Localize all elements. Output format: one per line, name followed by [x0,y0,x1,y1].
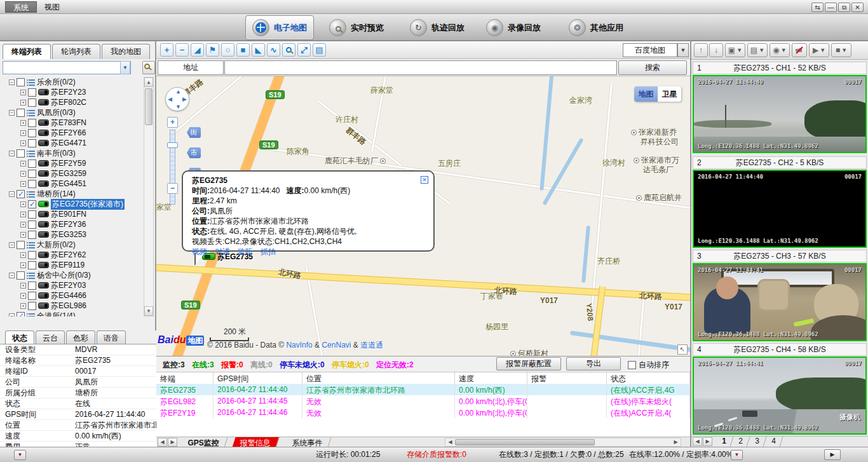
chevron-down-icon[interactable]: ▼ [120,61,130,74]
tree-group[interactable]: 南丰所(0/3) [1,148,145,158]
table-row[interactable]: 苏EG27352016-04-27 11:44:40江苏省苏州市张家港市北环路0… [156,384,690,395]
menu-view[interactable]: 视图 [37,1,67,13]
vehicle-checkbox[interactable] [28,282,36,290]
tree-group[interactable]: 全港所(1/4) [1,311,145,316]
vehicle-checkbox[interactable] [28,119,36,127]
more-status-icon[interactable]: ▼ [731,450,743,460]
chevron-down-icon[interactable]: ▼ [677,43,689,57]
tree-vehicle[interactable]: 苏EG4466 [1,290,145,301]
expand-icon[interactable] [20,100,26,105]
address-input[interactable] [224,60,617,75]
nav-live-preview[interactable]: 实时预览 [329,15,384,40]
tree-group[interactable]: 杨舍中心所(0/3) [1,270,145,280]
scroll-up-icon[interactable]: ▲ [144,78,153,87]
zoom-level-city[interactable]: 市 [187,147,201,158]
collapse-icon[interactable] [9,242,15,248]
vehicle-checkbox[interactable] [28,200,36,208]
expand-icon[interactable] [20,161,26,166]
group-checkbox[interactable] [17,312,25,317]
export-button[interactable]: 导出 [566,357,621,370]
expand-icon[interactable] [20,212,26,217]
tree-vehicle-selected[interactable]: 苏EG2735(张家港市) [1,199,145,209]
vehicle-checkbox[interactable] [28,129,36,137]
tab-status[interactable]: 状态 [5,330,34,344]
map-pan-control[interactable]: ▲ ▼ ◀ ▶ [165,87,189,111]
tab-alarm-info[interactable]: 报警信息 [232,437,279,447]
layer-satellite-button[interactable]: 卫星 [658,86,681,102]
video-view-ch3[interactable]: 2016-04-27 11:44:41 00017 Long.:E120.36.… [693,263,867,341]
group-checkbox[interactable] [17,271,25,280]
group-checkbox[interactable] [17,241,25,249]
collapse-icon[interactable] [9,273,15,278]
nav-other-apps[interactable]: ❂ 其他应用 [569,15,623,40]
layer-map-button[interactable]: 地图 [634,86,658,102]
daodaotong-link[interactable]: 道道通 [360,341,383,350]
hscroll-thumb[interactable] [455,439,595,445]
tree-vehicle[interactable]: 苏EF2Y36 [1,219,145,229]
vehicle-checkbox[interactable] [28,221,36,229]
table-hscrollbar[interactable]: ◀ ▶ [445,438,681,447]
polygon-tool-icon[interactable]: ◣ [252,43,265,57]
vehicle-checkbox[interactable] [28,302,36,310]
col-status[interactable]: 状态 [607,372,690,384]
video-header[interactable]: 3 苏EG2735 - CH3 - 57 KB/S [693,250,867,262]
expand-icon[interactable] [20,222,26,228]
collapse-icon[interactable] [9,313,15,317]
map-zoom-in-button[interactable]: + [167,117,178,128]
nav-track-playback[interactable]: ↻ 轨迹回放 [410,15,465,40]
alarm-shield-config-button[interactable]: 报警屏蔽配置 [496,357,561,370]
vehicle-checkbox[interactable] [28,88,36,97]
pan-up-icon[interactable]: ▲ [175,88,181,95]
expand-icon[interactable] [20,140,26,146]
tab-polling-list[interactable]: 轮询列表 [52,44,100,59]
mute-button[interactable] [792,43,807,57]
expand-icon[interactable] [20,120,26,126]
tree-vehicle[interactable]: 苏EGL986 [1,301,145,311]
stop-button[interactable]: ■▼ [831,43,851,57]
intercom-link[interactable]: 对讲 [215,247,230,256]
tree-vehicle[interactable]: 苏EG4471 [1,138,145,148]
tree-vehicle[interactable]: 苏EG4451 [1,179,145,189]
vehicle-checkbox[interactable] [28,261,36,269]
scroll-thumb[interactable] [145,88,153,125]
tab-ptz[interactable]: 云台 [36,330,65,344]
expand-icon[interactable] [20,283,26,289]
tab-gps-monitor[interactable]: GPS监控 [180,437,228,447]
expand-icon[interactable] [20,181,26,187]
pan-down-icon[interactable]: ▼ [175,104,181,110]
tree-vehicle[interactable]: 苏EF2Y03 [1,280,145,290]
video-link[interactable]: 视频 [192,247,207,256]
zoom-level-street[interactable]: 街 [187,127,201,138]
baidu-map-canvas[interactable]: 群丰路 S19 薛家堂 金家湾 许庄村 群丰路 S19 陈家角 鹿苑汇丰毛纺厂 … [156,76,690,356]
group-checkbox[interactable] [17,78,25,86]
terminal-search-button[interactable] [142,61,155,74]
map-zoom-out-button[interactable]: − [167,183,178,194]
vehicle-checkbox[interactable] [28,160,36,168]
listen-link[interactable]: 监听 [238,247,253,256]
map-search-button[interactable]: 搜索 [618,60,687,75]
tab-voice[interactable]: 语音 [97,330,126,344]
minimize-button[interactable]: — [825,3,837,12]
tree-vehicle[interactable]: 苏EF2Y23 [1,87,145,97]
tree-vehicle[interactable]: 苏E783FN [1,118,145,128]
cennavi-link[interactable]: CenNavi [322,341,351,350]
tree-vehicle[interactable]: 苏EF9119 [1,260,145,270]
autosort-checkbox[interactable] [628,361,636,369]
vehicle-checkbox[interactable] [28,210,36,219]
tree-group[interactable]: 大新所(0/2) [1,240,145,250]
resume-playback-button[interactable]: ▶ [824,449,841,460]
save-map-icon[interactable]: ▤ [313,43,326,57]
video-header[interactable]: 1 苏EG2735 - CH1 - 52 KB/S [693,62,867,74]
tree-group[interactable]: 塘桥所(1/4) [1,189,145,199]
vehicle-checkbox[interactable] [28,99,36,107]
zoom-in-icon[interactable]: + [160,43,173,57]
expand-icon[interactable] [20,252,26,258]
scroll-down-icon[interactable]: ▼ [144,306,153,316]
polyline-tool-icon[interactable]: ∿ [267,43,280,57]
menu-system[interactable]: 系统 [5,1,37,13]
collapse-icon[interactable] [9,151,15,156]
tree-vehicle[interactable]: 苏E901FN [1,209,145,219]
col-alarm[interactable]: 报警 [527,372,607,384]
collapse-icon[interactable] [9,191,15,197]
tab-color[interactable]: 色彩 [66,330,95,344]
